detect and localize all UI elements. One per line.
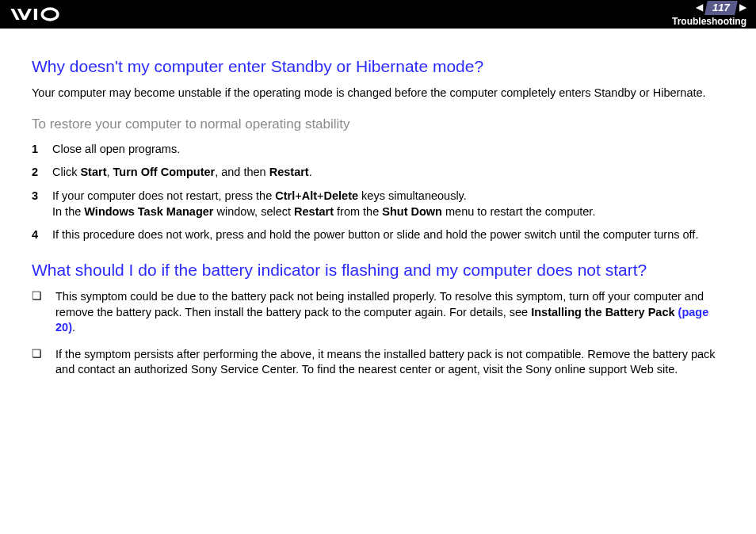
step-3: 3If your computer does not restart, pres… — [32, 189, 726, 219]
page-content: Why doesn't my computer enter Standby or… — [0, 29, 756, 405]
prev-page-arrow[interactable]: ◀ — [696, 1, 703, 13]
bullet-icon: ❏ — [32, 347, 43, 378]
heading-standby: Why doesn't my computer enter Standby or… — [32, 55, 726, 78]
steps-list: 1Close all open programs. 2Click Start, … — [32, 142, 726, 243]
bullet-icon: ❏ — [32, 289, 43, 336]
header-bar: ◀ 117 ▶ Troubleshooting — [0, 0, 756, 29]
intro-text: Your computer may become unstable if the… — [32, 86, 726, 101]
subheading-restore: To restore your computer to normal opera… — [32, 116, 726, 134]
heading-battery: What should I do if the battery indicato… — [32, 259, 726, 281]
step-2: 2Click Start, Turn Off Computer, and the… — [32, 165, 726, 181]
next-page-arrow[interactable]: ▶ — [739, 1, 746, 13]
page-indicator: ◀ 117 ▶ — [696, 1, 746, 15]
page-number: 117 — [704, 1, 737, 15]
svg-point-1 — [42, 9, 58, 20]
bullet-2: ❏If the symptom persists after performin… — [32, 347, 726, 378]
step-4: 4If this procedure does not work, press … — [32, 227, 726, 243]
step-1: 1Close all open programs. — [32, 142, 726, 158]
bullet-list: ❏This symptom could be due to the batter… — [32, 289, 726, 378]
svg-rect-0 — [34, 9, 37, 20]
vaio-logo — [10, 6, 87, 22]
section-title: Troubleshooting — [672, 15, 746, 28]
bullet-1: ❏This symptom could be due to the batter… — [32, 289, 726, 336]
